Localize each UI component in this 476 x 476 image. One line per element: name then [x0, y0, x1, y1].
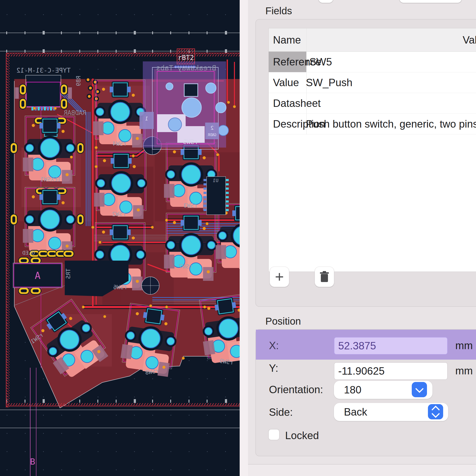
svg-text:2: 2	[210, 125, 214, 131]
y-label: Y:	[269, 362, 278, 374]
svg-text:rSW4: rSW4	[113, 140, 126, 147]
chevron-down-icon	[415, 384, 424, 393]
orientation-label: Orientation:	[269, 384, 323, 395]
svg-text:1EXSW1: 1EXSW1	[40, 176, 61, 183]
svg-text:OLED: OLED	[22, 250, 35, 256]
svg-text:TYPE-C-31-M-12: TYPE-C-31-M-12	[17, 67, 71, 74]
x-input[interactable]	[334, 337, 448, 355]
trash-icon	[319, 271, 329, 283]
table-row[interactable]: Description Push button switch, generic,…	[269, 114, 476, 135]
svg-text:rSW6: rSW6	[113, 284, 127, 290]
cell-value-value[interactable]: SW_Push	[302, 72, 476, 93]
x-label: X:	[269, 340, 279, 352]
svg-text:Breakaway Tabs: Breakaway Tabs	[156, 64, 216, 72]
svg-text:rSW5: rSW5	[183, 138, 198, 145]
cell-name-datasheet[interactable]: Datasheet	[269, 93, 306, 114]
fields-table[interactable]: Name Value Reference rSW5 Value SW_Push …	[269, 28, 476, 272]
table-row[interactable]: Value SW_Push	[269, 72, 476, 93]
column-header-value[interactable]: Value	[302, 28, 476, 51]
locked-label: Locked	[285, 430, 319, 442]
svg-text:RB9: RB9	[75, 76, 82, 86]
side-label: Side:	[269, 406, 293, 418]
header-button-partial[interactable]	[319, 0, 333, 3]
cell-name-reference[interactable]: Reference	[269, 52, 306, 72]
cell-value-description[interactable]: Push button switch, generic, two pins	[302, 114, 476, 134]
table-header-row[interactable]: Name Value	[269, 28, 476, 52]
add-field-button[interactable]: +	[270, 267, 289, 287]
column-header-name[interactable]: Name	[269, 28, 306, 51]
delete-field-button[interactable]	[315, 267, 334, 287]
svg-text:rSW2: rSW2	[112, 211, 126, 218]
selected-footprint-rsw5[interactable]: 1 2 GNDR rSW5	[139, 61, 228, 149]
svg-text:RADBAR: RADBAR	[64, 109, 86, 116]
display-cutout-a: A	[13, 263, 62, 288]
fields-section-title: Fields	[265, 5, 292, 17]
svg-text:A: A	[35, 270, 40, 281]
svg-text:rSW7: rSW7	[179, 263, 192, 270]
plus-icon: +	[275, 268, 284, 286]
svg-text:1: 1	[145, 116, 148, 122]
table-row[interactable]: Datasheet	[269, 93, 476, 114]
pcb-drawing: rBT2	[0, 0, 240, 476]
svg-text:GNDR: GNDR	[207, 133, 216, 137]
x-unit: mm	[455, 340, 473, 352]
panel-footer-strip	[248, 465, 476, 476]
position-section-title: Position	[265, 316, 301, 327]
header-button[interactable]	[399, 0, 462, 3]
cell-value-reference[interactable]: rSW5	[302, 52, 476, 72]
locked-checkbox[interactable]	[268, 429, 280, 440]
svg-text:rBT2: rBT2	[178, 54, 194, 62]
cell-name-value[interactable]: Value	[269, 72, 306, 93]
cell-name-description[interactable]: Description	[269, 114, 306, 134]
orientation-dropdown-button[interactable]	[412, 382, 427, 397]
y-unit: mm	[455, 365, 473, 377]
svg-text:U1: U1	[213, 178, 219, 183]
side-stepper-button[interactable]	[428, 404, 443, 419]
panel-divider	[240, 0, 248, 476]
cell-value-datasheet[interactable]	[302, 93, 476, 114]
footprint-properties-panel: Fields Name Value Reference rSW5 Value S…	[248, 0, 476, 476]
table-row[interactable]: Reference rSW5	[269, 52, 476, 72]
pcb-editor-canvas[interactable]: rBT2	[0, 0, 240, 476]
sheet-zone-letter-b: B	[30, 457, 35, 466]
y-input[interactable]	[334, 362, 448, 380]
svg-text:rSW3: rSW3	[184, 202, 197, 209]
svg-text:TRS: TRS	[65, 269, 72, 279]
